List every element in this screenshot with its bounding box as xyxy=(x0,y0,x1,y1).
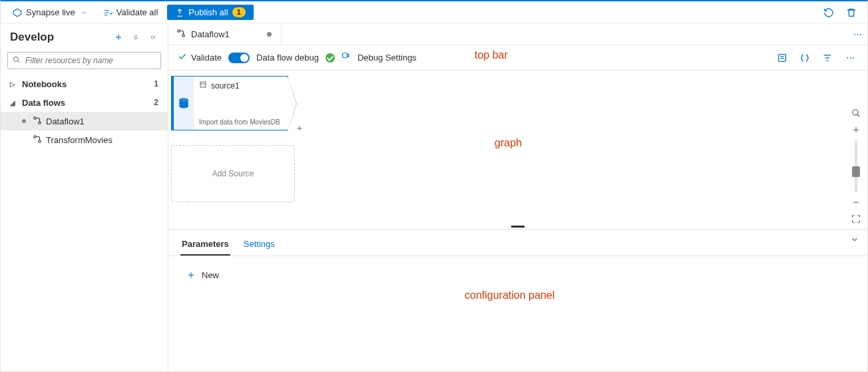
svg-point-18 xyxy=(179,98,188,102)
dataset-icon xyxy=(199,81,207,91)
svg-point-8 xyxy=(39,140,41,142)
node-title: source1 xyxy=(211,81,240,91)
workspace-label: Synapse live xyxy=(26,7,75,17)
delete-button[interactable] xyxy=(842,3,861,22)
node-description: Import data from MoviesDB xyxy=(199,118,282,126)
dirty-dot-icon xyxy=(267,32,272,37)
tree-item-dataflow1[interactable]: Dataflow1 xyxy=(1,112,168,130)
debug-settings-button[interactable]: Debug Settings xyxy=(357,53,417,63)
synapse-icon xyxy=(13,8,22,17)
refresh-button[interactable] xyxy=(819,3,838,22)
validate-all-label: Validate all xyxy=(116,7,158,17)
tree-section-notebooks[interactable]: ▷ Notebooks 1 xyxy=(1,75,168,93)
new-parameter-button[interactable]: ＋ New xyxy=(182,266,223,285)
annotation-topbar: top bar xyxy=(475,49,508,61)
svg-point-7 xyxy=(34,135,37,138)
publish-icon xyxy=(175,8,184,17)
publish-all-button[interactable]: Publish all 1 xyxy=(167,5,253,20)
new-label: New xyxy=(202,270,219,280)
search-icon xyxy=(13,56,21,66)
caret-down-icon: ◢ xyxy=(10,99,18,106)
resource-tree: ▷ Notebooks 1 ◢ Data flows 2 Dataflow1 xyxy=(1,75,168,371)
zoom-slider[interactable] xyxy=(855,140,857,192)
dataflow-icon xyxy=(176,29,186,40)
annotation-graph: graph xyxy=(495,137,522,149)
debug-toggle[interactable] xyxy=(228,53,250,63)
config-tab-settings[interactable]: Settings xyxy=(242,235,276,256)
svg-point-9 xyxy=(178,30,180,33)
script-view-button[interactable] xyxy=(774,50,790,66)
caret-right-icon: ▷ xyxy=(10,81,18,88)
tab-label: Dataflow1 xyxy=(191,29,230,39)
publish-count-badge: 1 xyxy=(232,7,246,17)
zoom-in-button[interactable] xyxy=(849,124,863,136)
tree-section-dataflows[interactable]: ◢ Data flows 2 xyxy=(1,93,168,112)
sidebar-title: Develop xyxy=(10,31,108,44)
zoom-controls xyxy=(845,71,867,225)
tree-item-label: Dataflow1 xyxy=(46,116,85,126)
svg-point-21 xyxy=(853,110,858,115)
code-view-button[interactable] xyxy=(797,50,813,66)
publish-all-label: Publish all xyxy=(188,7,228,17)
check-icon xyxy=(178,52,187,63)
filter-input[interactable] xyxy=(7,52,161,69)
dataflow-toolbar: Validate Data flow debug Debug Settings … xyxy=(168,45,867,71)
workspace-dropdown[interactable]: Synapse live xyxy=(7,5,94,20)
svg-point-6 xyxy=(39,121,41,124)
config-collapse-button[interactable] xyxy=(850,235,859,246)
svg-line-4 xyxy=(18,61,20,63)
debug-status-icon xyxy=(326,53,335,63)
plus-icon: ＋ xyxy=(186,268,196,282)
svg-marker-0 xyxy=(13,9,21,17)
svg-point-10 xyxy=(182,35,185,37)
toolbar-more-button[interactable]: ⋯ xyxy=(842,50,858,66)
svg-point-5 xyxy=(34,116,37,119)
debug-settings-icon xyxy=(341,52,351,63)
main-area: Dataflow1 ⋯ Validate Data flow debug xyxy=(168,24,867,371)
add-step-button[interactable]: ＋ xyxy=(295,122,304,134)
zoom-thumb[interactable] xyxy=(852,166,860,177)
debug-label: Data flow debug xyxy=(256,53,319,63)
editor-tabs: Dataflow1 ⋯ xyxy=(168,24,867,45)
top-command-bar: Synapse live Validate all Publish all 1 xyxy=(1,1,867,24)
add-resource-button[interactable] xyxy=(112,31,125,44)
validate-label: Validate xyxy=(191,53,222,63)
zoom-out-button[interactable] xyxy=(849,196,863,209)
tree-item-label: TransformMovies xyxy=(46,135,112,145)
zoom-search-button[interactable] xyxy=(849,107,863,120)
svg-point-3 xyxy=(14,57,19,62)
dataflow-canvas[interactable]: graph source1 xyxy=(168,71,845,225)
tab-overflow-button[interactable]: ⋯ xyxy=(853,24,862,45)
config-panel: Parameters Settings ＋ New configuration … xyxy=(168,229,867,371)
develop-sidebar: Develop ▷ Notebook xyxy=(1,24,168,371)
dataflow-icon xyxy=(33,116,42,127)
add-source-label: Add Source xyxy=(212,169,254,178)
svg-rect-11 xyxy=(343,53,347,58)
debug-settings-label: Debug Settings xyxy=(357,53,417,63)
validate-list-icon xyxy=(103,8,112,17)
add-source-button[interactable]: Add Source xyxy=(171,145,295,202)
zoom-fit-button[interactable] xyxy=(849,213,863,226)
source-type-icon xyxy=(174,77,194,130)
config-tab-parameters[interactable]: Parameters xyxy=(180,235,230,256)
tab-dataflow1[interactable]: Dataflow1 xyxy=(168,24,282,45)
chevron-down-icon xyxy=(79,8,89,17)
expand-all-button[interactable] xyxy=(129,31,142,44)
collapse-sidebar-button[interactable] xyxy=(146,31,160,44)
filter-settings-button[interactable] xyxy=(819,50,835,66)
dirty-dot-icon xyxy=(22,119,26,123)
validate-button[interactable]: Validate xyxy=(178,52,222,63)
dataflow-icon xyxy=(33,134,42,146)
tree-item-transformmovies[interactable]: TransformMovies xyxy=(1,130,168,149)
validate-all-button[interactable]: Validate all xyxy=(98,5,164,20)
svg-line-22 xyxy=(857,114,860,117)
svg-rect-19 xyxy=(200,82,206,87)
node-source1[interactable]: source1 Import data from MoviesDB xyxy=(171,76,288,130)
